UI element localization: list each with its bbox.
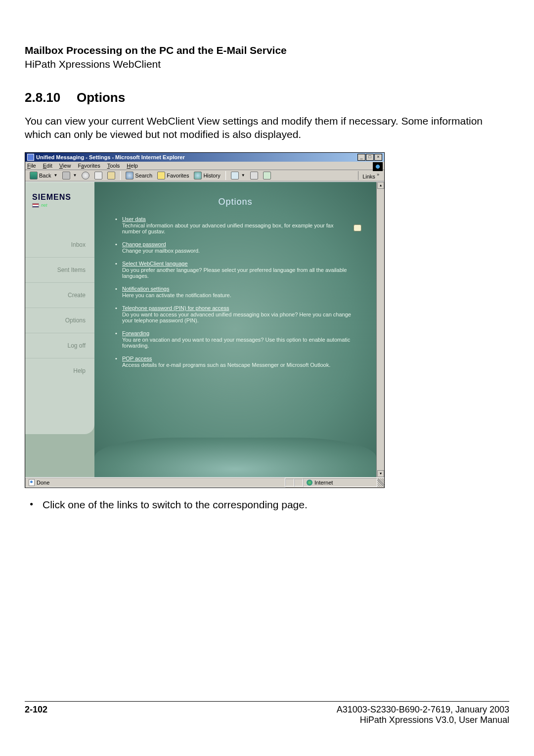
flag-icon (32, 203, 39, 208)
sidebar-item-inbox[interactable]: Inbox (25, 232, 94, 257)
vertical-scrollbar[interactable]: ▴ ▾ (376, 182, 384, 477)
home-icon (107, 172, 115, 179)
link-pop-access[interactable]: POP access (122, 356, 152, 361)
close-button[interactable]: × (374, 154, 382, 161)
page-done-icon (29, 479, 35, 486)
menu-view[interactable]: View (59, 163, 71, 169)
toolbar: Back▼ ▼ Search Favorites History ▼ Links… (25, 170, 384, 182)
webclient-sidebar: SIEMENS net Inbox Sent Items Create Opti… (25, 182, 94, 434)
favorites-label: Favorites (167, 173, 189, 178)
doc-subtitle: HiPath Xpressions WebClient (25, 58, 509, 70)
refresh-button[interactable] (93, 171, 104, 180)
window-title: Unified Messaging - Settings - Microsoft… (36, 154, 357, 160)
desc-select-language: Do you prefer another language? Please s… (122, 267, 352, 279)
siemens-logo: SIEMENS net (25, 182, 94, 208)
maximize-button[interactable]: □ (366, 154, 374, 161)
sidebar-item-create[interactable]: Create (25, 282, 94, 308)
page-footer: 2-102 A31003-S2330-B690-2-7619, January … (25, 701, 509, 725)
intro-text: You can view your current WebClient View… (25, 114, 509, 141)
status-segment (294, 479, 303, 487)
print-button[interactable] (249, 171, 260, 180)
back-arrow-icon (30, 172, 38, 179)
status-bar: Done Internet (25, 477, 384, 488)
sidebar-item-help[interactable]: Help (25, 358, 94, 383)
resize-grip[interactable] (377, 479, 384, 487)
page-title: Options (218, 197, 252, 207)
link-select-language[interactable]: Select WebClient language (122, 261, 188, 267)
link-notification-settings[interactable]: Notification settings (122, 286, 169, 292)
menu-edit[interactable]: Edit (43, 163, 52, 169)
status-segment (285, 479, 294, 487)
footer-docid: A31003-S2330-B690-2-7619, January 2003 (337, 705, 509, 715)
internet-zone-icon (307, 480, 312, 486)
zone-text: Internet (314, 480, 333, 486)
sidebar-item-options[interactable]: Options (25, 308, 94, 333)
refresh-icon (94, 172, 102, 179)
toolbar-separator (225, 171, 226, 180)
brand-sub: net (41, 203, 47, 208)
messenger-button[interactable] (262, 171, 272, 180)
back-button[interactable]: Back▼ (28, 171, 59, 180)
search-icon (126, 172, 134, 179)
forward-button[interactable]: ▼ (61, 171, 78, 180)
status-text: Done (37, 480, 49, 486)
desc-pop-access: Access details for e-mail programs such … (122, 362, 352, 368)
desc-telephone-password: Do you want to access your advanced unif… (122, 311, 352, 323)
mail-button[interactable]: ▼ (229, 171, 247, 180)
favorites-icon (157, 172, 165, 179)
history-button[interactable]: History (192, 171, 222, 180)
page-number: 2-102 (25, 705, 47, 725)
minimize-button[interactable]: _ (357, 154, 365, 161)
history-label: History (203, 173, 220, 178)
browser-content: SIEMENS net Inbox Sent Items Create Opti… (25, 181, 384, 477)
scroll-down-button[interactable]: ▾ (377, 470, 384, 477)
section-number: 2.8.10 (25, 90, 77, 105)
print-icon (250, 172, 258, 179)
section-title: Options (77, 90, 125, 105)
app-icon (27, 154, 34, 161)
sidebar-item-sent-items[interactable]: Sent Items (25, 257, 94, 282)
footer-decoration (94, 438, 376, 477)
menu-favorites[interactable]: Favorites (78, 163, 100, 169)
brand-text: SIEMENS (32, 193, 94, 202)
forward-arrow-icon (62, 172, 70, 179)
home-button[interactable] (106, 171, 117, 180)
scroll-up-button[interactable]: ▴ (377, 182, 384, 189)
ie-window: Unified Messaging - Settings - Microsoft… (25, 152, 385, 489)
favorites-button[interactable]: Favorites (156, 171, 190, 180)
links-label: Links (362, 173, 375, 179)
links-button[interactable]: Links » (358, 171, 381, 180)
desc-forwarding: You are on vacation and you want to read… (122, 337, 352, 349)
toolbar-separator (120, 171, 121, 180)
history-icon (194, 172, 202, 179)
mail-icon (231, 172, 239, 179)
link-forwarding[interactable]: Forwarding (122, 330, 149, 336)
main-pane: Options User dataTechnical information a… (94, 182, 376, 477)
stop-button[interactable] (80, 171, 91, 180)
section-heading: 2.8.10Options (25, 90, 509, 105)
stop-icon (82, 172, 89, 179)
menu-file[interactable]: FFileile (27, 163, 36, 169)
desc-user-data: Technical information about your advance… (122, 222, 352, 234)
sidebar-item-log-off[interactable]: Log off (25, 333, 94, 358)
footer-product: HiPath Xpressions V3.0, User Manual (337, 715, 509, 725)
doc-title: Mailbox Processing on the PC and the E-M… (25, 44, 509, 56)
options-list: User dataTechnical information about you… (94, 213, 376, 380)
ie-logo-icon (373, 162, 383, 171)
menu-help[interactable]: Help (127, 163, 138, 169)
instruction-bullet: Click one of the links to switch to the … (25, 499, 509, 511)
help-tooltip-icon[interactable] (354, 224, 361, 231)
search-label: Search (135, 173, 152, 178)
security-zone: Internet (303, 478, 377, 487)
link-user-data[interactable]: User data (122, 216, 146, 222)
link-change-password[interactable]: Change password (122, 241, 166, 247)
link-telephone-password[interactable]: Telephone password (PIN) for phone acces… (122, 305, 229, 311)
desc-notification-settings: Here you can activate the notification f… (122, 292, 352, 298)
back-label: Back (39, 173, 51, 178)
status-left: Done (25, 478, 285, 488)
search-button[interactable]: Search (124, 171, 154, 180)
desc-change-password: Change your mailbox password. (122, 248, 352, 254)
menu-bar: FFileile Edit View Favorites Tools Help (25, 162, 384, 170)
menu-tools[interactable]: Tools (107, 163, 120, 169)
messenger-icon (263, 172, 271, 179)
